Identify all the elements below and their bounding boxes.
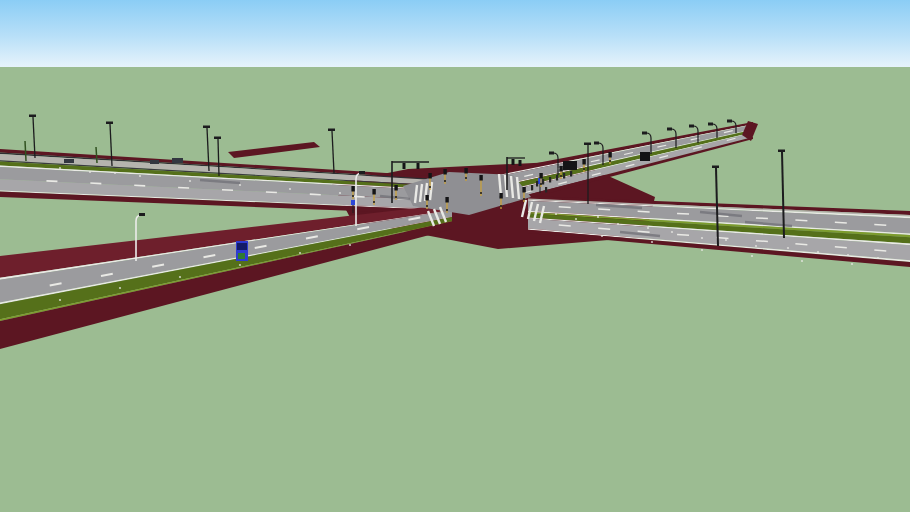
road-speckle (239, 184, 241, 186)
signal-head (464, 168, 467, 174)
road-speckle (701, 249, 703, 251)
road-speckle (349, 244, 351, 246)
signal-mast-head (417, 163, 420, 169)
lane-dash-0 (46, 181, 57, 182)
signal-head (608, 152, 611, 158)
signal-head (582, 159, 585, 165)
signal-head (351, 186, 354, 192)
lane-dash-0 (266, 192, 277, 193)
signal-head (522, 187, 525, 193)
lane-dash-3 (598, 228, 610, 229)
street-lamp-head (727, 120, 732, 123)
blue-vehicle (238, 253, 245, 259)
road-speckle (601, 235, 603, 237)
road-speckle (817, 251, 819, 253)
distant-vehicle (172, 158, 183, 163)
lane-dash-3 (638, 231, 650, 232)
lane-dash-0 (310, 194, 321, 195)
road-speckle (555, 213, 557, 215)
street-lamp-head (328, 129, 335, 132)
street-lamp-head (139, 213, 145, 216)
pedestrian-figure (531, 185, 533, 191)
pedestrian-figure (542, 179, 544, 185)
lane-dash-2 (598, 209, 610, 210)
signal-head (425, 195, 428, 201)
distant-vehicle (64, 159, 74, 163)
bus-shelter (640, 152, 650, 161)
signal-head (479, 175, 482, 181)
signal-head (443, 169, 446, 175)
road-speckle (239, 264, 241, 266)
signal-head (372, 189, 375, 195)
road-speckle (801, 260, 803, 262)
green-post (25, 141, 26, 161)
lane-dash-3 (756, 241, 768, 242)
road-speckle (671, 231, 673, 233)
distant-vehicle (150, 160, 159, 164)
signal-mast-head (512, 159, 515, 165)
street-lamp-head (359, 171, 365, 174)
road-speckle (617, 223, 619, 225)
road-speckle (89, 171, 91, 173)
bus-shelter (563, 161, 577, 170)
lane-dash-0 (222, 190, 233, 191)
signal-mast-head (403, 163, 406, 169)
pedestrian-figure (536, 181, 538, 187)
signal-head (559, 166, 562, 172)
blue-vehicle (237, 243, 247, 250)
pedestrian-figure (570, 171, 572, 177)
road-speckle (299, 252, 301, 254)
signal-head (445, 197, 448, 203)
road-speckle (59, 299, 61, 301)
lane-dash-3 (559, 225, 571, 226)
pedestrian-figure (563, 173, 565, 179)
street-lamp-head (584, 143, 591, 146)
signal-head (499, 193, 502, 199)
signal-head (394, 185, 397, 191)
street-lamp-head (106, 122, 113, 125)
model-viewport-3d[interactable] (0, 0, 910, 512)
road-speckle (59, 167, 61, 169)
blue-sign (351, 200, 355, 205)
street-lamp-head (667, 128, 672, 131)
lane-dash-0 (178, 187, 189, 188)
road-speckle (339, 192, 341, 194)
signal-head (539, 173, 542, 179)
pedestrian-figure (556, 175, 558, 181)
scene-canvas (0, 0, 910, 512)
lane-dash-2 (677, 213, 689, 214)
street-lamp-head (203, 126, 210, 129)
pedestrian-figure (549, 177, 551, 183)
street-lamp-head (689, 125, 694, 128)
pedestrian-figure (545, 187, 547, 193)
lane-dash-0 (134, 185, 145, 186)
signal-head (428, 173, 431, 179)
street-lamp-head (549, 152, 554, 155)
road-speckle (787, 247, 789, 249)
street-lamp-head (214, 137, 221, 140)
road-speckle (189, 180, 191, 182)
road-speckle (725, 239, 727, 241)
signal-mast-head (519, 160, 522, 166)
road-speckle (597, 216, 599, 218)
road-speckle (651, 241, 653, 243)
road-speckle (701, 237, 703, 239)
green-post (96, 147, 97, 163)
road-speckle (179, 276, 181, 278)
lane-dash-2 (874, 225, 886, 226)
street-lamp-head (778, 150, 785, 153)
lane-dash-3 (677, 234, 689, 235)
road-speckle (877, 257, 879, 259)
lane-dash-2 (756, 218, 768, 219)
road-speckle (755, 245, 757, 247)
lane-dash-2 (795, 220, 807, 221)
road-speckle (119, 287, 121, 289)
street-lamp-head (29, 115, 36, 118)
road-speckle (139, 175, 141, 177)
road-speckle (847, 254, 849, 256)
lane-dash-3 (795, 244, 807, 245)
lane-dash-3 (874, 250, 886, 251)
road-speckle (575, 218, 577, 220)
lane-dash-2 (559, 207, 571, 208)
lane-dash-3 (835, 247, 847, 248)
